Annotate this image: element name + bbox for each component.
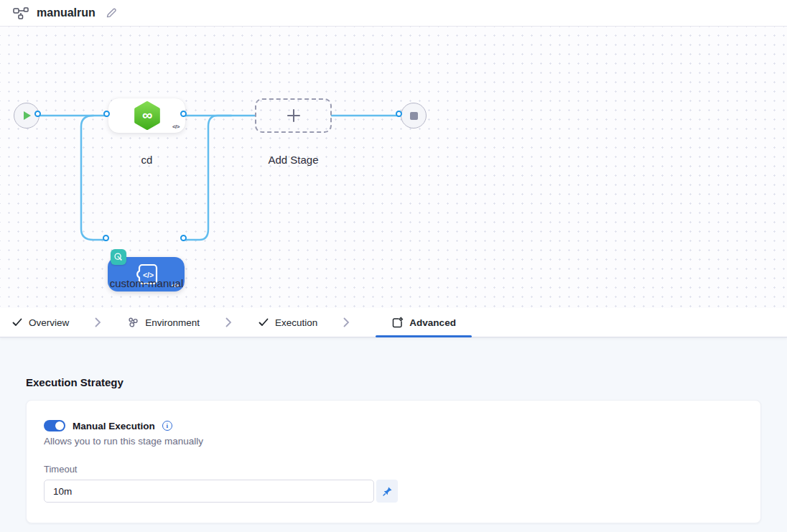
check-icon xyxy=(11,317,23,328)
active-tab-underline xyxy=(376,335,472,338)
chevron-right-icon xyxy=(95,317,101,327)
pin-button[interactable] xyxy=(376,480,398,503)
svg-text:∞: ∞ xyxy=(141,107,152,123)
pipeline-title: manualrun xyxy=(37,6,96,19)
stage-label-custom-manual: custom-manual xyxy=(93,277,200,289)
cd-hexagon-icon: ∞ xyxy=(132,101,162,131)
tab-advanced[interactable]: Advanced xyxy=(376,308,472,337)
manual-step-icon xyxy=(111,249,126,265)
play-icon xyxy=(22,111,32,121)
environment-icon xyxy=(127,317,139,328)
manual-execution-toggle[interactable] xyxy=(44,420,65,431)
stage-label-cd: cd xyxy=(108,154,185,166)
advanced-panel: Execution Strategy Manual Execution i Al… xyxy=(0,337,787,532)
edit-pencil-icon[interactable] xyxy=(106,7,117,19)
port-end-in[interactable] xyxy=(396,111,402,117)
stage-node-cd[interactable]: ∞ </> xyxy=(108,98,185,133)
stop-icon xyxy=(410,112,418,120)
timeout-label: Timeout xyxy=(44,464,743,475)
advanced-icon xyxy=(391,317,404,329)
tab-execution[interactable]: Execution xyxy=(258,308,317,337)
port-cd-out[interactable] xyxy=(180,111,187,117)
pipeline-canvas[interactable]: ∞ </> cd Add Stage </> </> custom-manual xyxy=(0,27,787,308)
port-custom-manual-out[interactable] xyxy=(180,235,187,241)
timeout-input[interactable] xyxy=(44,480,374,503)
pipeline-header: manualrun xyxy=(0,0,787,27)
chevron-right-icon xyxy=(343,317,350,327)
add-stage-button[interactable] xyxy=(255,98,332,133)
end-node[interactable] xyxy=(401,103,427,129)
pin-icon xyxy=(382,486,393,497)
tab-overview[interactable]: Overview xyxy=(11,308,69,337)
add-stage-label: Add Stage xyxy=(244,154,343,166)
info-icon[interactable]: i xyxy=(162,421,172,431)
stage-tabs: Overview Environment Execution Advanced xyxy=(0,308,787,337)
pipeline-icon xyxy=(13,7,29,19)
execution-strategy-card: Manual Execution i Allows you to run thi… xyxy=(26,400,761,523)
code-icon: </> xyxy=(172,123,180,130)
plus-icon xyxy=(286,108,302,123)
chevron-right-icon xyxy=(225,317,232,327)
check-icon xyxy=(258,317,269,328)
manual-execution-label: Manual Execution xyxy=(73,421,155,431)
port-custom-manual-in[interactable] xyxy=(103,235,109,241)
tab-environment[interactable]: Environment xyxy=(127,308,200,337)
manual-execution-description: Allows you to run this stage manually xyxy=(44,436,743,447)
section-heading: Execution Strategy xyxy=(26,376,761,388)
port-cd-in[interactable] xyxy=(103,111,110,117)
port-start-out[interactable] xyxy=(34,111,41,117)
